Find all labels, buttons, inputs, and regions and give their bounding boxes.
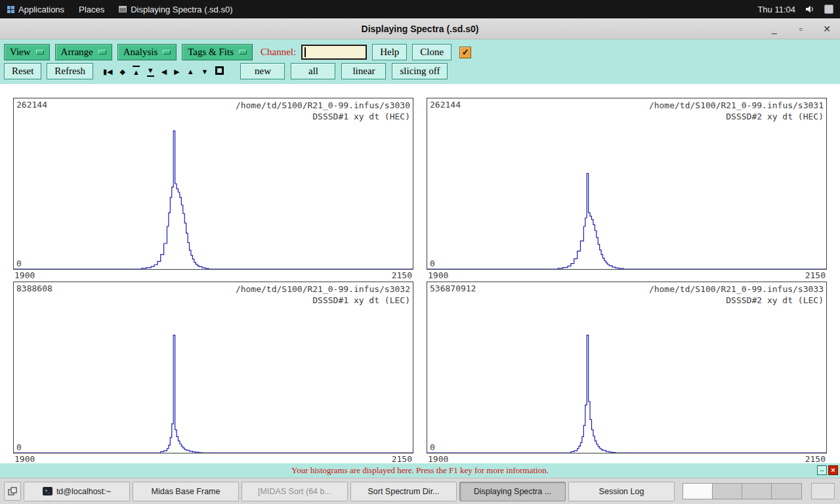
y-max-label: 262144 bbox=[16, 100, 47, 110]
task-midas-sort[interactable]: [MIDAS Sort (64 b... bbox=[242, 482, 348, 501]
text-caret bbox=[304, 47, 306, 57]
applications-label: Applications bbox=[18, 5, 64, 14]
y-min-label: 0 bbox=[16, 259, 22, 268]
task-session-log[interactable]: Session Log bbox=[568, 482, 675, 501]
places-menu[interactable]: Places bbox=[72, 0, 112, 18]
new-button[interactable]: new bbox=[240, 63, 285, 79]
window-list-label: Displaying Spectra (.sd.s0) bbox=[131, 5, 232, 14]
task-midas-base-frame[interactable]: Midas Base Frame bbox=[133, 482, 239, 501]
spectrum-detector: DSSSD#2 xy dt (LEC) bbox=[649, 295, 824, 306]
option-indicator-icon bbox=[163, 50, 171, 54]
x-axis-labels: 1900 2150 bbox=[13, 270, 413, 280]
slicing-button[interactable]: slicing off bbox=[392, 63, 448, 79]
view-menu-button[interactable]: View bbox=[4, 44, 50, 60]
spectrum-plot-2: 262144 /home/td/S100/R21_0-99.infus/s303… bbox=[427, 98, 827, 270]
task-displaying-spectra[interactable]: Displaying Spectra ... bbox=[459, 482, 566, 501]
places-label: Places bbox=[79, 5, 104, 14]
histogram-curve[interactable] bbox=[427, 282, 826, 453]
window-list-menu[interactable]: Displaying Spectra (.sd.s0) bbox=[112, 0, 240, 18]
y-min-label: 0 bbox=[16, 442, 22, 452]
page-left-icon[interactable]: ◀ bbox=[161, 67, 167, 76]
taskbar: >_ td@localhost:~ Midas Base Frame [MIDA… bbox=[0, 478, 840, 504]
x-min-label: 1900 bbox=[14, 270, 35, 280]
option-indicator-icon bbox=[98, 50, 106, 54]
workspace-switcher bbox=[682, 483, 802, 499]
x-min-label: 1900 bbox=[428, 270, 448, 280]
page-up-icon[interactable]: ▲ bbox=[186, 67, 195, 76]
skip-start-icon[interactable]: ▮◀ bbox=[102, 67, 114, 76]
spectrum-panel-3: 8388608 /home/td/S100/R21_0-99.infus/s30… bbox=[13, 282, 413, 463]
task-terminal[interactable]: >_ td@localhost:~ bbox=[24, 482, 130, 501]
x-axis-labels: 1900 2150 bbox=[427, 453, 827, 463]
workspace-2[interactable] bbox=[713, 484, 742, 499]
spectrum-file: /home/td/S100/R21_0-99.infus/s3030 bbox=[236, 100, 410, 111]
workspace-3[interactable] bbox=[742, 484, 772, 499]
spectrum-plot-1: 262144 /home/td/S100/R21_0-99.infus/s303… bbox=[13, 98, 413, 270]
panel-right: Thu 11:04 bbox=[757, 4, 840, 14]
help-button[interactable]: Help bbox=[372, 44, 407, 60]
top-panel: Applications Places Displaying Spectra (… bbox=[0, 0, 840, 18]
clone-button[interactable]: Clone bbox=[412, 44, 452, 60]
desktop: Applications Places Displaying Spectra (… bbox=[0, 0, 840, 504]
page-right-icon[interactable]: ▶ bbox=[173, 67, 180, 76]
diamond-icon[interactable]: ◆ bbox=[119, 67, 126, 76]
close-button[interactable]: ✕ bbox=[822, 24, 832, 33]
status-message: Your histograms are displayed here. Pres… bbox=[291, 465, 549, 476]
histogram-curve[interactable] bbox=[14, 282, 413, 453]
spectrum-detector: DSSSD#2 xy dt (HEC) bbox=[649, 111, 824, 122]
page-down-icon[interactable]: ▼ bbox=[201, 67, 209, 76]
option-indicator-icon bbox=[36, 50, 44, 54]
tray-icon[interactable] bbox=[824, 5, 833, 14]
spectrum-file: /home/td/S100/R21_0-99.infus/s3032 bbox=[236, 284, 410, 295]
spectrum-header: /home/td/S100/R21_0-99.infus/s3030 DSSSD… bbox=[236, 100, 410, 122]
scroll-top-icon[interactable]: ▲ bbox=[132, 66, 140, 77]
workspace-4[interactable] bbox=[772, 484, 801, 499]
workspace-1[interactable] bbox=[683, 484, 713, 499]
channel-input[interactable] bbox=[301, 45, 367, 60]
full-view-icon[interactable] bbox=[215, 66, 224, 77]
window-list-applet-button[interactable] bbox=[4, 482, 21, 501]
volume-icon[interactable] bbox=[805, 4, 815, 14]
maximize-button[interactable]: ▫ bbox=[795, 24, 806, 33]
histogram-curve[interactable] bbox=[14, 98, 413, 269]
status-bar: Your histograms are displayed here. Pres… bbox=[0, 463, 840, 478]
linear-button[interactable]: linear bbox=[341, 63, 386, 79]
tags-fits-menu-button[interactable]: Tags & Fits bbox=[182, 44, 253, 60]
y-min-label: 0 bbox=[430, 259, 435, 268]
spectrum-plot-4: 536870912 /home/td/S100/R21_0-99.infus/s… bbox=[427, 282, 827, 453]
status-close-button[interactable]: × bbox=[828, 465, 838, 475]
x-min-label: 1900 bbox=[14, 454, 35, 463]
histogram-curve[interactable] bbox=[427, 98, 826, 269]
window-controls: _ ▫ ✕ bbox=[769, 18, 832, 39]
status-controls: – × bbox=[817, 465, 838, 475]
all-button[interactable]: all bbox=[291, 63, 335, 79]
task-sort-spectrum-dir[interactable]: Sort Spectrum Dir... bbox=[350, 482, 457, 501]
nav-icon-group: ▮◀ ◆ ▲ ▼ ◀ ▶ ▲ ▼ bbox=[102, 66, 224, 77]
analysis-menu-button[interactable]: Analysis bbox=[117, 44, 177, 60]
x-axis-labels: 1900 2150 bbox=[427, 270, 827, 280]
spectrum-detector: DSSSD#1 xy dt (HEC) bbox=[236, 111, 410, 122]
mode-button-group: new all linear slicing off bbox=[240, 63, 448, 79]
clock[interactable]: Thu 11:04 bbox=[757, 5, 795, 14]
terminal-icon: >_ bbox=[43, 487, 52, 495]
y-max-label: 536870912 bbox=[430, 284, 476, 293]
toolbar-checkbox[interactable]: ✓ bbox=[459, 47, 471, 58]
minimize-button[interactable]: _ bbox=[769, 24, 780, 33]
y-min-label: 0 bbox=[430, 442, 435, 452]
scroll-bottom-icon[interactable]: ▼ bbox=[146, 66, 155, 77]
y-max-label: 262144 bbox=[430, 100, 461, 110]
arrange-menu-label: Arrange bbox=[61, 47, 93, 58]
status-minimize-button[interactable]: – bbox=[817, 465, 827, 475]
toolbar-row-2: Reset Refresh ▮◀ ◆ ▲ ▼ ◀ ▶ ▲ ▼ new all l… bbox=[4, 62, 836, 81]
toolbar-row-1: View Arrange Analysis Tags & Fits Channe… bbox=[4, 43, 836, 62]
channel-label: Channel: bbox=[261, 47, 296, 58]
spectrum-header: /home/td/S100/R21_0-99.infus/s3033 DSSSD… bbox=[649, 284, 824, 306]
reset-button[interactable]: Reset bbox=[4, 63, 41, 79]
spectrum-file: /home/td/S100/R21_0-99.infus/s3033 bbox=[649, 284, 824, 295]
view-menu-label: View bbox=[10, 47, 31, 58]
applications-menu[interactable]: Applications bbox=[0, 0, 72, 18]
refresh-button[interactable]: Refresh bbox=[47, 63, 93, 79]
arrange-menu-button[interactable]: Arrange bbox=[55, 44, 112, 60]
show-desktop-button[interactable] bbox=[811, 483, 835, 499]
window-title: Displaying Spectra (.sd.s0) bbox=[362, 24, 479, 34]
